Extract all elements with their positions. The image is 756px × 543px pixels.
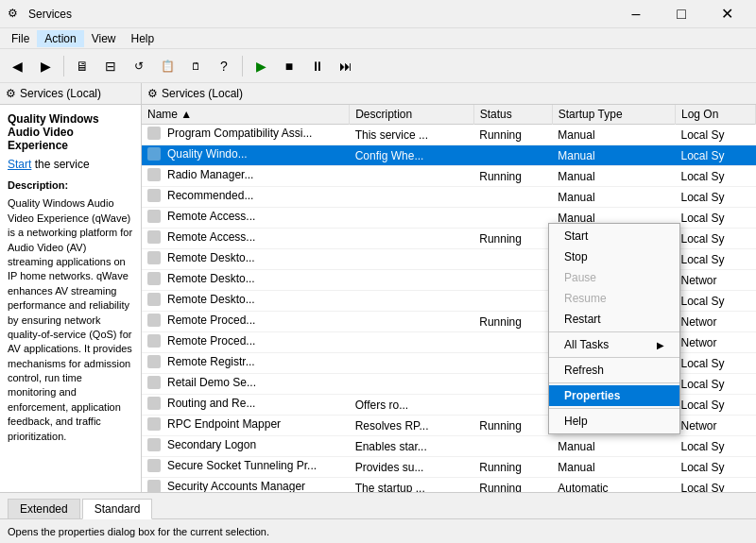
ctx-help[interactable]: Help	[549, 411, 679, 432]
cell-name: Remote Deskto...	[142, 291, 350, 312]
cell-name: Quality Windo...	[142, 145, 350, 166]
cell-status: Running	[473, 166, 552, 187]
cell-logon: Local Sy	[675, 395, 755, 416]
cell-logon: Local Sy	[675, 145, 755, 166]
cell-status	[473, 208, 552, 229]
toolbar-start[interactable]: ▶	[248, 53, 274, 79]
toolbar-pause[interactable]: ⏸	[304, 53, 331, 79]
status-text: Opens the properties dialog box for the …	[8, 526, 269, 537]
tab-standard[interactable]: Standard	[82, 499, 153, 519]
table-row[interactable]: Secure Socket Tunneling Pr...Provides su…	[142, 457, 756, 478]
cell-startup: Manual	[552, 125, 675, 145]
toolbar-show-hide[interactable]: ⊟	[97, 53, 124, 79]
toolbar-properties[interactable]: 🗒	[182, 53, 209, 79]
menu-help[interactable]: Help	[124, 30, 163, 47]
tab-extended[interactable]: Extended	[8, 499, 80, 518]
cell-name: Recommended...	[142, 187, 350, 208]
cell-status: Running	[473, 229, 552, 249]
title-bar-text: Services	[28, 8, 614, 21]
cell-logon: Local Sy	[675, 125, 755, 145]
menu-bar: File Action View Help	[0, 28, 756, 49]
cell-name: Secondary Logon	[142, 436, 350, 457]
col-desc[interactable]: Description	[350, 105, 474, 125]
cell-name: Remote Access...	[142, 208, 350, 229]
menu-action[interactable]: Action	[37, 30, 83, 47]
menu-view[interactable]: View	[84, 30, 124, 47]
content-area: ⚙ Services (Local) Name ▲ Description St…	[142, 83, 756, 492]
cell-desc	[350, 291, 474, 312]
col-logon[interactable]: Log On	[675, 105, 755, 125]
table-row[interactable]: Program Compatibility Assi...This servic…	[142, 125, 756, 145]
toolbar-refresh[interactable]: ↺	[126, 53, 152, 79]
cell-status: Running	[473, 125, 552, 145]
cell-name: Remote Deskto...	[142, 270, 350, 291]
cell-name: RPC Endpoint Mapper	[142, 416, 350, 436]
ctx-properties[interactable]: Properties	[549, 385, 679, 406]
ctx-restart[interactable]: Restart	[549, 309, 679, 330]
status-bar: Opens the properties dialog box for the …	[0, 518, 756, 543]
ctx-resume: Resume	[549, 288, 679, 309]
content-header: ⚙ Services (Local)	[142, 83, 756, 105]
cell-desc	[350, 374, 474, 395]
toolbar-up[interactable]: 🖥	[69, 53, 95, 79]
toolbar-help[interactable]: ?	[211, 53, 237, 79]
cell-logon: Networ	[675, 270, 755, 291]
sidebar-desc-text: Quality Windows Audio Video Experience (…	[8, 197, 132, 441]
ctx-separator	[549, 382, 679, 383]
cell-desc	[350, 312, 474, 332]
ctx-alltasks[interactable]: All Tasks▶	[549, 334, 679, 355]
cell-desc	[350, 166, 474, 187]
cell-desc: Resolves RP...	[350, 416, 474, 436]
table-row[interactable]: Security Accounts ManagerThe startup ...…	[142, 478, 756, 493]
toolbar-stop[interactable]: ■	[276, 53, 302, 79]
table-row[interactable]: Quality Windo...Config Whe...ManualLocal…	[142, 145, 756, 166]
sidebar-start-suffix: the service	[31, 158, 89, 171]
cell-status	[473, 249, 552, 270]
cell-logon: Local Sy	[675, 187, 755, 208]
toolbar-forward[interactable]: ▶	[32, 53, 59, 79]
ctx-label: Refresh	[564, 364, 604, 377]
ctx-label: Resume	[564, 292, 607, 305]
cell-name: Remote Registr...	[142, 353, 350, 374]
minimize-button[interactable]: –	[614, 0, 658, 28]
ctx-start[interactable]: Start	[549, 226, 679, 246]
cell-status	[473, 270, 552, 291]
cell-logon: Networ	[675, 312, 755, 332]
cell-logon: Local Sy	[675, 478, 755, 493]
toolbar-export[interactable]: 📋	[154, 53, 180, 79]
cell-status	[473, 187, 552, 208]
cell-desc	[350, 353, 474, 374]
sidebar-desc-label: Description:	[8, 178, 133, 193]
col-status[interactable]: Status	[473, 105, 552, 125]
cell-logon: Local Sy	[675, 208, 755, 229]
cell-desc	[350, 229, 474, 249]
ctx-separator	[549, 331, 679, 332]
menu-file[interactable]: File	[4, 30, 37, 47]
cell-status: Running	[473, 416, 552, 436]
content-header-icon: ⚙	[147, 87, 158, 100]
cell-status	[473, 332, 552, 353]
sidebar-service-title: Quality Windows Audio Video Experience	[8, 112, 133, 152]
col-startup[interactable]: Startup Type	[552, 105, 675, 125]
tabs-bar: ExtendedStandard	[0, 492, 756, 518]
sidebar-start-link[interactable]: Start	[8, 158, 31, 171]
main-layout: ⚙ Services (Local) Quality Windows Audio…	[0, 83, 756, 492]
ctx-label: All Tasks	[564, 338, 609, 351]
ctx-separator	[549, 408, 679, 409]
ctx-pause: Pause	[549, 267, 679, 288]
table-row[interactable]: Recommended...ManualLocal Sy	[142, 187, 756, 208]
toolbar-restart[interactable]: ⏭	[333, 53, 359, 79]
table-row[interactable]: Secondary LogonEnables star...ManualLoca…	[142, 436, 756, 457]
cell-status	[473, 291, 552, 312]
maximize-button[interactable]: □	[660, 0, 703, 28]
close-button[interactable]: ✕	[705, 0, 748, 28]
col-name[interactable]: Name ▲	[142, 105, 350, 125]
ctx-stop[interactable]: Stop	[549, 246, 679, 267]
ctx-refresh[interactable]: Refresh	[549, 360, 679, 381]
cell-name: Remote Access...	[142, 229, 350, 249]
cell-logon: Local Sy	[675, 374, 755, 395]
toolbar-back[interactable]: ◀	[4, 53, 30, 79]
table-row[interactable]: Radio Manager...RunningManualLocal Sy	[142, 166, 756, 187]
cell-name: Remote Deskto...	[142, 249, 350, 270]
cell-status: Running	[473, 312, 552, 332]
